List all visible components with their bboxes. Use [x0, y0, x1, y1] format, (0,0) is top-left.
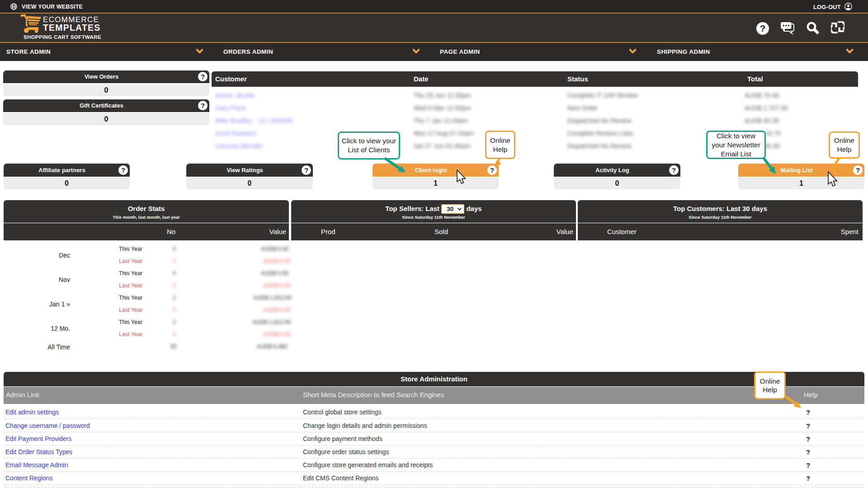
svg-text:?: ?	[760, 23, 766, 33]
